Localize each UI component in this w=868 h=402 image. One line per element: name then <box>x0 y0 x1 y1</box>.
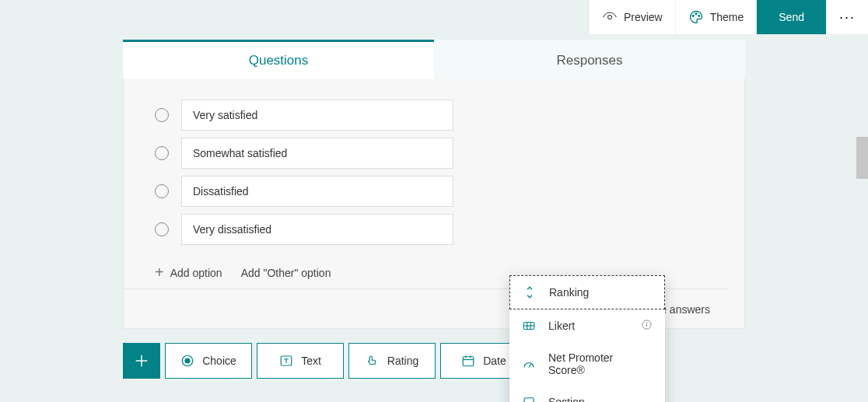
add-other-label: Add "Other" option <box>241 267 331 279</box>
option-input[interactable]: Somewhat satisfied <box>181 138 453 169</box>
type-date-label: Date <box>483 355 506 367</box>
send-label: Send <box>779 11 804 23</box>
theme-icon <box>688 9 704 25</box>
top-toolbar: Preview Theme Send ··· <box>589 0 868 34</box>
radio-icon <box>155 108 169 122</box>
theme-label: Theme <box>710 11 744 23</box>
ranking-icon <box>523 285 537 299</box>
svg-point-19 <box>692 15 694 16</box>
type-text-label: Text <box>301 355 321 367</box>
date-icon <box>461 354 475 368</box>
radio-icon <box>155 146 169 160</box>
svg-point-20 <box>695 13 697 15</box>
menu-likert-label: Likert <box>548 320 575 332</box>
plus-icon: + <box>155 264 164 281</box>
option-input[interactable]: Very satisfied <box>181 100 453 131</box>
type-text-button[interactable]: Text <box>257 343 344 379</box>
scrollbar[interactable] <box>856 137 868 179</box>
text-icon <box>279 354 293 368</box>
more-button[interactable]: ··· <box>826 0 868 34</box>
more-types-menu: Ranking Likert Net Promoter Score® Secti… <box>509 275 665 402</box>
svg-rect-17 <box>524 398 534 402</box>
option-row: Somewhat satisfied <box>155 138 727 169</box>
type-rating-button[interactable]: Rating <box>348 343 436 379</box>
section-icon <box>522 395 536 402</box>
menu-item-section[interactable]: Section <box>509 386 665 402</box>
ellipsis-icon: ··· <box>839 9 856 26</box>
add-option-button[interactable]: + Add option <box>155 264 222 281</box>
svg-point-21 <box>698 15 699 16</box>
likert-icon <box>522 319 536 333</box>
menu-item-likert[interactable]: Likert <box>509 309 665 342</box>
svg-point-3 <box>185 358 190 363</box>
preview-label: Preview <box>624 11 663 23</box>
type-choice-label: Choice <box>202 355 236 367</box>
send-button[interactable]: Send <box>756 0 826 34</box>
tabs: Questions Responses <box>123 40 745 79</box>
nps-icon <box>522 357 536 371</box>
tab-questions[interactable]: Questions <box>123 40 434 79</box>
option-input[interactable]: Very dissatisfied <box>181 214 453 245</box>
info-icon[interactable] <box>641 319 653 333</box>
radio-icon <box>155 184 169 198</box>
option-row: Very dissatisfied <box>155 214 727 245</box>
preview-icon <box>602 9 618 25</box>
menu-nps-label: Net Promoter Score® <box>548 351 653 376</box>
add-question-button[interactable] <box>123 343 160 379</box>
radio-icon <box>155 222 169 236</box>
plus-icon <box>133 352 150 369</box>
tab-responses[interactable]: Responses <box>434 40 745 79</box>
svg-point-18 <box>607 16 611 19</box>
option-input[interactable]: Dissatisfied <box>181 176 453 207</box>
menu-item-nps[interactable]: Net Promoter Score® <box>509 342 665 386</box>
preview-button[interactable]: Preview <box>589 0 675 34</box>
option-row: Dissatisfied <box>155 176 727 207</box>
svg-rect-5 <box>463 357 474 366</box>
option-row: Very satisfied <box>155 100 727 131</box>
add-option-label: Add option <box>170 267 222 279</box>
add-other-button[interactable]: Add "Other" option <box>241 267 331 279</box>
svg-line-16 <box>529 364 531 368</box>
type-choice-button[interactable]: Choice <box>165 343 252 379</box>
menu-section-label: Section <box>548 396 585 402</box>
type-rating-label: Rating <box>387 355 418 367</box>
theme-button[interactable]: Theme <box>675 0 757 34</box>
menu-item-ranking[interactable]: Ranking <box>509 275 665 309</box>
menu-ranking-label: Ranking <box>549 286 589 299</box>
canvas: Questions Responses Very satisfied Somew… <box>0 0 868 402</box>
choice-icon <box>180 354 194 368</box>
svg-point-15 <box>646 323 647 323</box>
rating-icon <box>366 354 380 368</box>
